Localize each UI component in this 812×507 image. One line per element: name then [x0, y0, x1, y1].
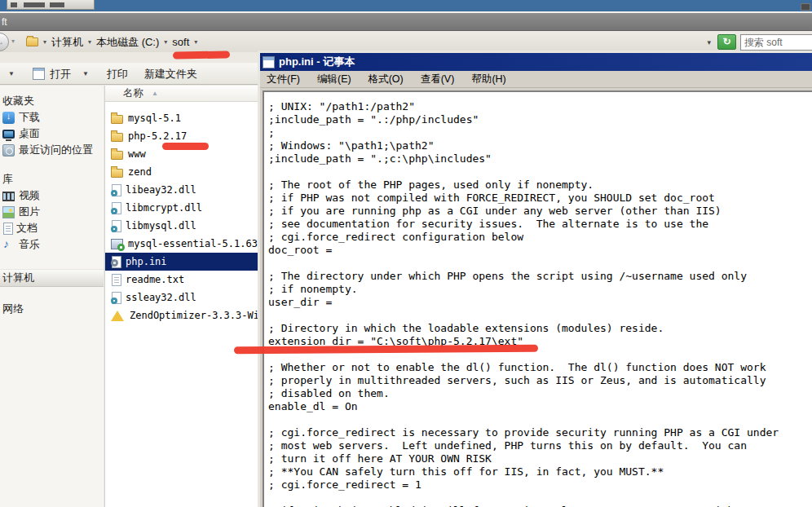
organize-dropdown-icon[interactable]: ▼: [8, 70, 15, 77]
open-button[interactable]: 打开: [50, 67, 71, 82]
file-name: zend: [128, 166, 152, 178]
file-name: ssleay32.dll: [126, 292, 196, 303]
menu-item[interactable]: 编辑(E): [311, 71, 358, 88]
text-line: ; if PHP was not compiled with FORCE_RED…: [268, 192, 809, 205]
print-button[interactable]: 打印: [107, 67, 128, 82]
file-name: php.ini: [126, 256, 167, 267]
text-line: [268, 492, 809, 505]
notepad-title: php.ini - 记事本: [279, 55, 355, 69]
sidebar-item-label: 文档: [16, 221, 38, 236]
sidebar-icon: [2, 130, 15, 139]
new-folder-button[interactable]: 新建文件夹: [144, 67, 197, 82]
file-icon: [111, 151, 123, 160]
file-row[interactable]: zend: [105, 163, 258, 181]
sidebar-item[interactable]: 文档: [0, 220, 104, 236]
text-line: ; disabled on them.: [268, 387, 809, 400]
sort-ascending-icon: ▲: [152, 90, 158, 97]
sidebar-item-label: 最近访问的位置: [19, 143, 93, 157]
sidebar-item[interactable]: 视频: [0, 187, 104, 204]
text-line: ;include_path = ".:/php/includes": [268, 113, 809, 126]
red-marker-soft-crumb: [173, 51, 230, 59]
file-row[interactable]: mysql-5.1: [105, 109, 258, 127]
sidebar-item-label: 收藏夹: [2, 94, 34, 108]
sidebar-item-label: 音乐: [19, 237, 40, 252]
sidebar-icon: [3, 223, 13, 235]
chevron-down-icon[interactable]: ▾: [88, 38, 91, 46]
text-line: [268, 165, 809, 179]
sidebar-item-label: 库: [2, 172, 13, 187]
file-name: libmysql.dll: [126, 220, 196, 231]
sidebar-item[interactable]: 收藏夹: [0, 93, 104, 109]
file-row[interactable]: readme.txt: [105, 271, 258, 289]
text-line: enable_dl = On: [268, 400, 809, 413]
file-row[interactable]: libmysql.dll: [105, 217, 258, 235]
sidebar-item[interactable]: 音乐: [0, 236, 104, 253]
text-line: user_dir =: [268, 296, 809, 309]
menu-item[interactable]: 查看(V): [414, 71, 461, 88]
chevron-down-icon[interactable]: ▾: [164, 38, 167, 46]
refresh-button[interactable]: ↻: [717, 34, 736, 50]
file-row[interactable]: php.ini: [105, 253, 258, 271]
sidebar-item[interactable]: 计算机: [0, 269, 104, 287]
file-row[interactable]: libeay32.dll: [105, 181, 258, 199]
text-line: ; properly in multithreaded servers, suc…: [268, 374, 809, 387]
file-icon: [112, 202, 121, 214]
text-line: ; The directory under which PHP opens th…: [268, 270, 809, 283]
file-name: libeay32.dll: [126, 184, 196, 196]
breadcrumb-item[interactable]: soft: [172, 36, 189, 48]
menu-item[interactable]: 格式(O): [362, 71, 410, 88]
sidebar-icon: [2, 112, 15, 124]
open-dropdown-icon[interactable]: ▼: [82, 70, 89, 77]
text-line: ; Directory in which the loadable extens…: [268, 322, 809, 335]
chevron-down-icon[interactable]: ▾: [194, 38, 197, 46]
column-header-name[interactable]: 名称 ▲: [105, 86, 258, 102]
address-dropdown-icon[interactable]: ▾: [707, 38, 711, 46]
forward-button[interactable]: →: [0, 33, 9, 51]
text-line: ; UNIX: "/path1:/path2": [268, 100, 809, 113]
file-row[interactable]: mysql-essential-5.1.63-wi: [105, 235, 258, 253]
file-name: www: [128, 148, 146, 160]
notepad-titlebar[interactable]: php.ini - 记事本: [260, 53, 812, 71]
text-line: ; most web servers. Left undefined, PHP …: [268, 439, 809, 452]
desktop-top-strip: [0, 0, 812, 11]
text-line: ; see documentation for security issues.…: [268, 218, 809, 231]
menu-item[interactable]: 帮助(H): [465, 71, 512, 88]
sidebar-item[interactable]: 库: [0, 171, 104, 187]
search-input[interactable]: [740, 34, 812, 51]
file-name: ZendOptimizer-3.3.3-Windo: [130, 310, 277, 321]
address-bar-right: ▾ ↻: [707, 32, 812, 52]
sidebar-item-label: 计算机: [2, 271, 34, 285]
sidebar-item[interactable]: 下载: [0, 109, 104, 126]
nav-history-dropdown-icon[interactable]: ▾: [11, 37, 15, 45]
file-row[interactable]: ZendOptimizer-3.3.3-Windo: [105, 306, 258, 324]
text-line: ; cgi.force_redirect is necessary to pro…: [268, 426, 809, 439]
breadcrumb-item[interactable]: 计算机: [51, 35, 83, 50]
breadcrumb: ▾ 计算机 ▾ 本地磁盘 (C:) ▾ soft ▾: [26, 35, 197, 50]
file-icon: [111, 115, 123, 124]
file-row[interactable]: libmcrypt.dll: [105, 199, 258, 217]
screen: ft → ▾ ▾ 计算机 ▾ 本地磁盘 (C:) ▾ soft: [0, 0, 812, 507]
sidebar-icon: [2, 206, 15, 218]
text-line: ;include_path = ".;c:\php\includes": [268, 152, 809, 165]
background-window-fragment-right: [801, 3, 810, 11]
text-line: ; **You CAN safely turn this off for IIS…: [268, 465, 809, 478]
breadcrumb-item[interactable]: 本地磁盘 (C:): [96, 35, 159, 50]
text-line: ; cgi.force_redirect configuration below: [268, 231, 809, 244]
file-icon: [112, 292, 121, 304]
notepad-file-icon: [33, 68, 45, 80]
text-line: ; cgi.force_redirect = 1: [268, 478, 809, 492]
sidebar-item[interactable]: 网络: [0, 301, 104, 317]
sidebar-item-label: 图片: [19, 205, 40, 219]
notepad-text-area[interactable]: ; UNIX: "/path1:/path2" ;include_path = …: [263, 90, 812, 507]
sidebar-item[interactable]: 桌面: [0, 126, 104, 142]
sidebar-item[interactable]: 图片: [0, 204, 104, 220]
menu-item[interactable]: 文件(F): [260, 71, 307, 88]
file-icon: [112, 256, 121, 268]
file-icon: [111, 311, 124, 321]
sidebar-item[interactable]: 最近访问的位置: [0, 142, 104, 158]
chevron-down-icon[interactable]: ▾: [43, 38, 46, 46]
file-icon: [111, 169, 123, 178]
file-row[interactable]: ssleay32.dll: [105, 289, 258, 306]
text-line: ; The root of the PHP pages, used only i…: [268, 179, 809, 192]
file-list: mysql-5.1 php-5.2.17 www: [105, 102, 258, 324]
